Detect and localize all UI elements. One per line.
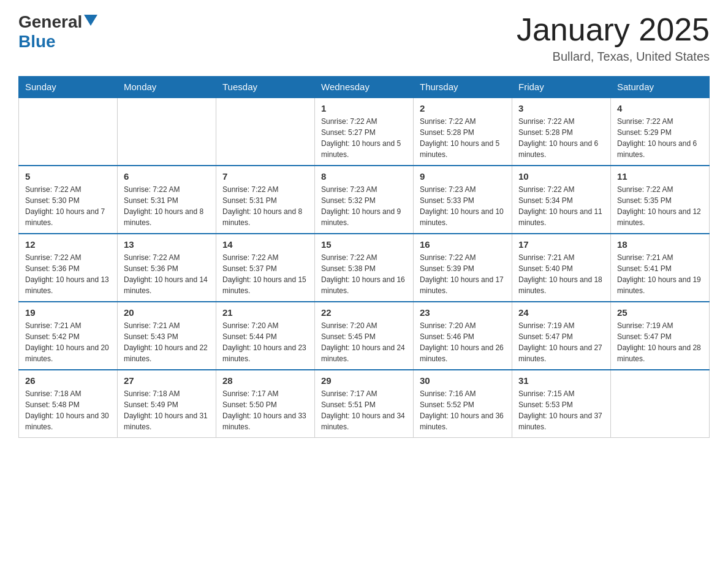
day-number: 11 <box>617 171 703 182</box>
table-row: 22Sunrise: 7:20 AMSunset: 5:45 PMDayligh… <box>315 302 414 370</box>
table-row: 1Sunrise: 7:22 AMSunset: 5:27 PMDaylight… <box>315 98 414 166</box>
day-info: Sunrise: 7:22 AMSunset: 5:31 PMDaylight:… <box>124 184 210 228</box>
day-number: 22 <box>321 307 407 318</box>
calendar-header-row: Sunday Monday Tuesday Wednesday Thursday… <box>19 77 710 98</box>
table-row: 9Sunrise: 7:23 AMSunset: 5:33 PMDaylight… <box>414 166 512 234</box>
table-row: 21Sunrise: 7:20 AMSunset: 5:44 PMDayligh… <box>216 302 315 370</box>
table-row: 6Sunrise: 7:22 AMSunset: 5:31 PMDaylight… <box>118 166 216 234</box>
table-row: 24Sunrise: 7:19 AMSunset: 5:47 PMDayligh… <box>512 302 611 370</box>
day-info: Sunrise: 7:22 AMSunset: 5:36 PMDaylight:… <box>124 252 210 296</box>
day-info: Sunrise: 7:21 AMSunset: 5:43 PMDaylight:… <box>124 320 210 364</box>
table-row: 16Sunrise: 7:22 AMSunset: 5:39 PMDayligh… <box>414 234 512 302</box>
table-row <box>19 98 118 166</box>
table-row: 20Sunrise: 7:21 AMSunset: 5:43 PMDayligh… <box>118 302 216 370</box>
day-number: 6 <box>124 171 210 182</box>
day-number: 20 <box>124 307 210 318</box>
day-number: 23 <box>420 307 506 318</box>
table-row: 8Sunrise: 7:23 AMSunset: 5:32 PMDaylight… <box>315 166 414 234</box>
table-row: 5Sunrise: 7:22 AMSunset: 5:30 PMDaylight… <box>19 166 118 234</box>
day-info: Sunrise: 7:16 AMSunset: 5:52 PMDaylight:… <box>420 388 506 432</box>
table-row: 26Sunrise: 7:18 AMSunset: 5:48 PMDayligh… <box>19 370 118 438</box>
header-friday: Friday <box>512 77 611 98</box>
day-info: Sunrise: 7:22 AMSunset: 5:27 PMDaylight:… <box>321 116 407 160</box>
day-number: 3 <box>518 103 604 113</box>
day-number: 1 <box>321 103 407 113</box>
table-row: 25Sunrise: 7:19 AMSunset: 5:47 PMDayligh… <box>611 302 710 370</box>
day-number: 10 <box>518 171 604 182</box>
day-number: 5 <box>25 171 111 182</box>
table-row: 29Sunrise: 7:17 AMSunset: 5:51 PMDayligh… <box>315 370 414 438</box>
day-info: Sunrise: 7:20 AMSunset: 5:44 PMDaylight:… <box>222 320 308 364</box>
day-number: 30 <box>420 375 506 386</box>
day-number: 7 <box>222 171 308 182</box>
day-info: Sunrise: 7:23 AMSunset: 5:33 PMDaylight:… <box>420 184 506 228</box>
table-row: 27Sunrise: 7:18 AMSunset: 5:49 PMDayligh… <box>118 370 216 438</box>
day-number: 19 <box>25 307 111 318</box>
table-row: 10Sunrise: 7:22 AMSunset: 5:34 PMDayligh… <box>512 166 611 234</box>
table-row: 12Sunrise: 7:22 AMSunset: 5:36 PMDayligh… <box>19 234 118 302</box>
table-row: 28Sunrise: 7:17 AMSunset: 5:50 PMDayligh… <box>216 370 315 438</box>
day-info: Sunrise: 7:18 AMSunset: 5:49 PMDaylight:… <box>124 388 210 432</box>
day-number: 12 <box>25 239 111 250</box>
table-row: 31Sunrise: 7:15 AMSunset: 5:53 PMDayligh… <box>512 370 611 438</box>
table-row: 7Sunrise: 7:22 AMSunset: 5:31 PMDaylight… <box>216 166 315 234</box>
table-row: 30Sunrise: 7:16 AMSunset: 5:52 PMDayligh… <box>414 370 512 438</box>
day-info: Sunrise: 7:22 AMSunset: 5:37 PMDaylight:… <box>222 252 308 296</box>
day-number: 4 <box>617 103 703 113</box>
header-monday: Monday <box>118 77 216 98</box>
day-number: 14 <box>222 239 308 250</box>
title-section: January 2025 Bullard, Texas, United Stat… <box>517 12 710 64</box>
header-wednesday: Wednesday <box>315 77 414 98</box>
logo-general: General <box>18 12 82 32</box>
day-info: Sunrise: 7:17 AMSunset: 5:51 PMDaylight:… <box>321 388 407 432</box>
day-number: 8 <box>321 171 407 182</box>
day-number: 21 <box>222 307 308 318</box>
day-info: Sunrise: 7:21 AMSunset: 5:40 PMDaylight:… <box>518 252 604 296</box>
day-info: Sunrise: 7:22 AMSunset: 5:31 PMDaylight:… <box>222 184 308 228</box>
calendar-week-3: 12Sunrise: 7:22 AMSunset: 5:36 PMDayligh… <box>19 234 710 302</box>
calendar-week-5: 26Sunrise: 7:18 AMSunset: 5:48 PMDayligh… <box>19 370 710 438</box>
table-row <box>611 370 710 438</box>
logo-triangle-icon <box>84 15 97 26</box>
day-number: 31 <box>518 375 604 386</box>
day-info: Sunrise: 7:15 AMSunset: 5:53 PMDaylight:… <box>518 388 604 432</box>
table-row: 23Sunrise: 7:20 AMSunset: 5:46 PMDayligh… <box>414 302 512 370</box>
day-info: Sunrise: 7:20 AMSunset: 5:45 PMDaylight:… <box>321 320 407 364</box>
calendar-table: Sunday Monday Tuesday Wednesday Thursday… <box>18 76 710 438</box>
day-number: 25 <box>617 307 703 318</box>
day-info: Sunrise: 7:22 AMSunset: 5:28 PMDaylight:… <box>518 116 604 160</box>
table-row <box>216 98 315 166</box>
table-row: 19Sunrise: 7:21 AMSunset: 5:42 PMDayligh… <box>19 302 118 370</box>
day-info: Sunrise: 7:22 AMSunset: 5:30 PMDaylight:… <box>25 184 111 228</box>
header-tuesday: Tuesday <box>216 77 315 98</box>
table-row: 2Sunrise: 7:22 AMSunset: 5:28 PMDaylight… <box>414 98 512 166</box>
table-row: 3Sunrise: 7:22 AMSunset: 5:28 PMDaylight… <box>512 98 611 166</box>
calendar-week-2: 5Sunrise: 7:22 AMSunset: 5:30 PMDaylight… <box>19 166 710 234</box>
page-header: General Blue January 2025 Bullard, Texas… <box>18 12 710 64</box>
day-info: Sunrise: 7:22 AMSunset: 5:39 PMDaylight:… <box>420 252 506 296</box>
month-title: January 2025 <box>517 12 710 47</box>
day-number: 29 <box>321 375 407 386</box>
day-number: 27 <box>124 375 210 386</box>
table-row: 13Sunrise: 7:22 AMSunset: 5:36 PMDayligh… <box>118 234 216 302</box>
day-number: 24 <box>518 307 604 318</box>
day-number: 2 <box>420 103 506 113</box>
logo: General Blue <box>18 12 97 52</box>
calendar-week-4: 19Sunrise: 7:21 AMSunset: 5:42 PMDayligh… <box>19 302 710 370</box>
day-number: 28 <box>222 375 308 386</box>
day-info: Sunrise: 7:22 AMSunset: 5:34 PMDaylight:… <box>518 184 604 228</box>
table-row: 17Sunrise: 7:21 AMSunset: 5:40 PMDayligh… <box>512 234 611 302</box>
day-number: 18 <box>617 239 703 250</box>
header-thursday: Thursday <box>414 77 512 98</box>
header-sunday: Sunday <box>19 77 118 98</box>
day-info: Sunrise: 7:22 AMSunset: 5:38 PMDaylight:… <box>321 252 407 296</box>
day-info: Sunrise: 7:22 AMSunset: 5:29 PMDaylight:… <box>617 116 703 160</box>
table-row: 14Sunrise: 7:22 AMSunset: 5:37 PMDayligh… <box>216 234 315 302</box>
day-info: Sunrise: 7:17 AMSunset: 5:50 PMDaylight:… <box>222 388 308 432</box>
day-info: Sunrise: 7:22 AMSunset: 5:28 PMDaylight:… <box>420 116 506 160</box>
day-number: 17 <box>518 239 604 250</box>
table-row: 15Sunrise: 7:22 AMSunset: 5:38 PMDayligh… <box>315 234 414 302</box>
day-number: 15 <box>321 239 407 250</box>
svg-marker-0 <box>84 15 97 26</box>
day-info: Sunrise: 7:22 AMSunset: 5:35 PMDaylight:… <box>617 184 703 228</box>
